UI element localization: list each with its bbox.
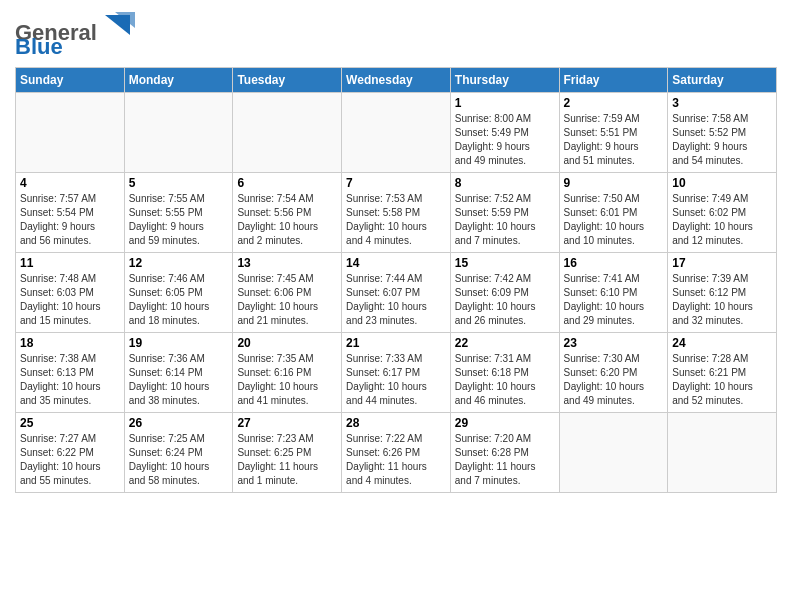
day-number: 15 [455, 256, 555, 270]
calendar-cell: 25Sunrise: 7:27 AMSunset: 6:22 PMDayligh… [16, 413, 125, 493]
calendar-header-sunday: Sunday [16, 68, 125, 93]
day-info: Sunrise: 7:30 AMSunset: 6:20 PMDaylight:… [564, 352, 664, 408]
day-number: 16 [564, 256, 664, 270]
calendar-cell: 4Sunrise: 7:57 AMSunset: 5:54 PMDaylight… [16, 173, 125, 253]
calendar-cell: 6Sunrise: 7:54 AMSunset: 5:56 PMDaylight… [233, 173, 342, 253]
day-info: Sunrise: 7:20 AMSunset: 6:28 PMDaylight:… [455, 432, 555, 488]
calendar-cell: 18Sunrise: 7:38 AMSunset: 6:13 PMDayligh… [16, 333, 125, 413]
calendar-cell: 29Sunrise: 7:20 AMSunset: 6:28 PMDayligh… [450, 413, 559, 493]
day-number: 19 [129, 336, 229, 350]
calendar-cell [342, 93, 451, 173]
calendar-cell [233, 93, 342, 173]
day-info: Sunrise: 7:41 AMSunset: 6:10 PMDaylight:… [564, 272, 664, 328]
calendar-cell: 9Sunrise: 7:50 AMSunset: 6:01 PMDaylight… [559, 173, 668, 253]
calendar-week-row-3: 11Sunrise: 7:48 AMSunset: 6:03 PMDayligh… [16, 253, 777, 333]
day-number: 25 [20, 416, 120, 430]
calendar-header-friday: Friday [559, 68, 668, 93]
day-info: Sunrise: 7:35 AMSunset: 6:16 PMDaylight:… [237, 352, 337, 408]
day-info: Sunrise: 7:28 AMSunset: 6:21 PMDaylight:… [672, 352, 772, 408]
day-number: 23 [564, 336, 664, 350]
calendar-cell: 22Sunrise: 7:31 AMSunset: 6:18 PMDayligh… [450, 333, 559, 413]
day-info: Sunrise: 7:48 AMSunset: 6:03 PMDaylight:… [20, 272, 120, 328]
calendar-week-row-2: 4Sunrise: 7:57 AMSunset: 5:54 PMDaylight… [16, 173, 777, 253]
day-info: Sunrise: 7:39 AMSunset: 6:12 PMDaylight:… [672, 272, 772, 328]
header: General Blue [15, 10, 777, 59]
day-info: Sunrise: 7:46 AMSunset: 6:05 PMDaylight:… [129, 272, 229, 328]
day-number: 8 [455, 176, 555, 190]
calendar-cell: 11Sunrise: 7:48 AMSunset: 6:03 PMDayligh… [16, 253, 125, 333]
calendar-cell: 8Sunrise: 7:52 AMSunset: 5:59 PMDaylight… [450, 173, 559, 253]
day-number: 1 [455, 96, 555, 110]
calendar-week-row-5: 25Sunrise: 7:27 AMSunset: 6:22 PMDayligh… [16, 413, 777, 493]
calendar-cell: 5Sunrise: 7:55 AMSunset: 5:55 PMDaylight… [124, 173, 233, 253]
day-info: Sunrise: 7:52 AMSunset: 5:59 PMDaylight:… [455, 192, 555, 248]
calendar-cell: 21Sunrise: 7:33 AMSunset: 6:17 PMDayligh… [342, 333, 451, 413]
calendar-cell: 19Sunrise: 7:36 AMSunset: 6:14 PMDayligh… [124, 333, 233, 413]
page-container: General Blue SundayMondayTuesdayWednesda… [0, 0, 792, 503]
calendar-cell [124, 93, 233, 173]
day-info: Sunrise: 7:23 AMSunset: 6:25 PMDaylight:… [237, 432, 337, 488]
day-number: 29 [455, 416, 555, 430]
calendar-header-saturday: Saturday [668, 68, 777, 93]
day-info: Sunrise: 7:57 AMSunset: 5:54 PMDaylight:… [20, 192, 120, 248]
day-info: Sunrise: 7:33 AMSunset: 6:17 PMDaylight:… [346, 352, 446, 408]
calendar-cell: 26Sunrise: 7:25 AMSunset: 6:24 PMDayligh… [124, 413, 233, 493]
day-info: Sunrise: 7:49 AMSunset: 6:02 PMDaylight:… [672, 192, 772, 248]
day-number: 18 [20, 336, 120, 350]
calendar-cell: 27Sunrise: 7:23 AMSunset: 6:25 PMDayligh… [233, 413, 342, 493]
calendar-cell: 24Sunrise: 7:28 AMSunset: 6:21 PMDayligh… [668, 333, 777, 413]
day-number: 17 [672, 256, 772, 270]
calendar-week-row-1: 1Sunrise: 8:00 AMSunset: 5:49 PMDaylight… [16, 93, 777, 173]
day-info: Sunrise: 7:42 AMSunset: 6:09 PMDaylight:… [455, 272, 555, 328]
day-number: 7 [346, 176, 446, 190]
day-number: 13 [237, 256, 337, 270]
calendar-header-wednesday: Wednesday [342, 68, 451, 93]
calendar-cell [16, 93, 125, 173]
calendar-cell: 14Sunrise: 7:44 AMSunset: 6:07 PMDayligh… [342, 253, 451, 333]
calendar-cell: 28Sunrise: 7:22 AMSunset: 6:26 PMDayligh… [342, 413, 451, 493]
day-info: Sunrise: 7:55 AMSunset: 5:55 PMDaylight:… [129, 192, 229, 248]
logo: General Blue [15, 10, 135, 59]
day-number: 4 [20, 176, 120, 190]
calendar-cell: 20Sunrise: 7:35 AMSunset: 6:16 PMDayligh… [233, 333, 342, 413]
day-number: 6 [237, 176, 337, 190]
calendar-cell: 13Sunrise: 7:45 AMSunset: 6:06 PMDayligh… [233, 253, 342, 333]
day-number: 2 [564, 96, 664, 110]
calendar-cell: 3Sunrise: 7:58 AMSunset: 5:52 PMDaylight… [668, 93, 777, 173]
day-number: 27 [237, 416, 337, 430]
calendar-cell: 16Sunrise: 7:41 AMSunset: 6:10 PMDayligh… [559, 253, 668, 333]
day-info: Sunrise: 7:45 AMSunset: 6:06 PMDaylight:… [237, 272, 337, 328]
calendar-cell: 15Sunrise: 7:42 AMSunset: 6:09 PMDayligh… [450, 253, 559, 333]
day-number: 26 [129, 416, 229, 430]
day-number: 5 [129, 176, 229, 190]
day-number: 21 [346, 336, 446, 350]
day-info: Sunrise: 7:36 AMSunset: 6:14 PMDaylight:… [129, 352, 229, 408]
calendar-table: SundayMondayTuesdayWednesdayThursdayFrid… [15, 67, 777, 493]
calendar-cell: 1Sunrise: 8:00 AMSunset: 5:49 PMDaylight… [450, 93, 559, 173]
calendar-week-row-4: 18Sunrise: 7:38 AMSunset: 6:13 PMDayligh… [16, 333, 777, 413]
calendar-cell [559, 413, 668, 493]
calendar-cell: 17Sunrise: 7:39 AMSunset: 6:12 PMDayligh… [668, 253, 777, 333]
day-info: Sunrise: 7:27 AMSunset: 6:22 PMDaylight:… [20, 432, 120, 488]
day-number: 12 [129, 256, 229, 270]
day-info: Sunrise: 7:31 AMSunset: 6:18 PMDaylight:… [455, 352, 555, 408]
calendar-cell [668, 413, 777, 493]
logo-text: General Blue [15, 10, 135, 59]
calendar-header-tuesday: Tuesday [233, 68, 342, 93]
calendar-cell: 2Sunrise: 7:59 AMSunset: 5:51 PMDaylight… [559, 93, 668, 173]
calendar-cell: 12Sunrise: 7:46 AMSunset: 6:05 PMDayligh… [124, 253, 233, 333]
day-number: 22 [455, 336, 555, 350]
day-number: 24 [672, 336, 772, 350]
day-info: Sunrise: 7:54 AMSunset: 5:56 PMDaylight:… [237, 192, 337, 248]
calendar-cell: 7Sunrise: 7:53 AMSunset: 5:58 PMDaylight… [342, 173, 451, 253]
day-number: 3 [672, 96, 772, 110]
calendar-header-row: SundayMondayTuesdayWednesdayThursdayFrid… [16, 68, 777, 93]
day-info: Sunrise: 7:59 AMSunset: 5:51 PMDaylight:… [564, 112, 664, 168]
day-number: 20 [237, 336, 337, 350]
day-info: Sunrise: 7:25 AMSunset: 6:24 PMDaylight:… [129, 432, 229, 488]
calendar-header-thursday: Thursday [450, 68, 559, 93]
day-info: Sunrise: 7:22 AMSunset: 6:26 PMDaylight:… [346, 432, 446, 488]
day-number: 10 [672, 176, 772, 190]
day-info: Sunrise: 7:58 AMSunset: 5:52 PMDaylight:… [672, 112, 772, 168]
day-info: Sunrise: 8:00 AMSunset: 5:49 PMDaylight:… [455, 112, 555, 168]
